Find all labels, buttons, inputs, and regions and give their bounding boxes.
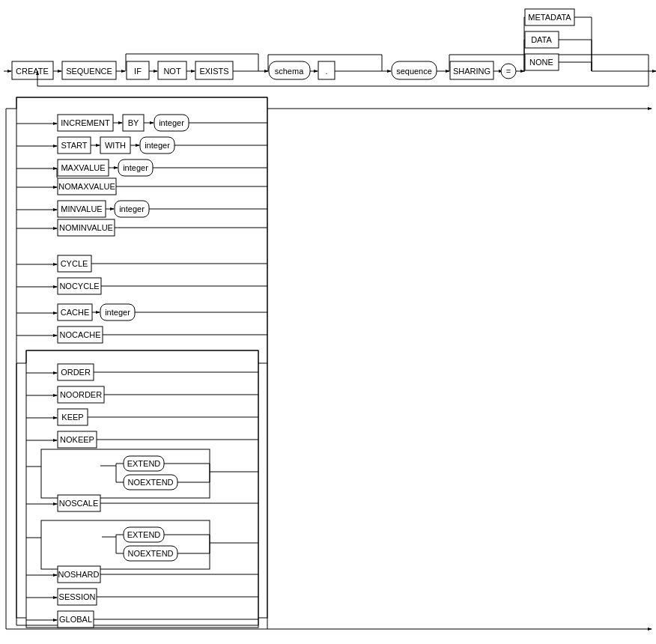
nomaxvalue-label: NOMAXVALUE xyxy=(58,182,115,191)
integer-label-3: integer xyxy=(123,163,148,172)
minvalue-label: MINVALUE xyxy=(61,204,102,213)
integer-label-4: integer xyxy=(119,204,145,213)
create-label: CREATE xyxy=(16,67,49,76)
not-label: NOT xyxy=(163,67,181,76)
sequence-label: SEQUENCE xyxy=(66,67,112,76)
order-label: ORDER xyxy=(61,368,91,377)
if-label: IF xyxy=(134,67,142,76)
integer-label-5: integer xyxy=(105,308,130,317)
by-label: BY xyxy=(128,118,139,127)
integer-label-2: integer xyxy=(145,141,170,150)
nokeep-label: NOKEEP xyxy=(60,435,94,444)
svg-rect-111 xyxy=(41,520,210,569)
session-label: SESSION xyxy=(59,592,96,601)
keep-label: KEEP xyxy=(61,413,83,422)
extend1-label: EXTEND xyxy=(127,459,161,468)
dot-label: . xyxy=(325,67,327,76)
noorder-label: NOORDER xyxy=(60,390,102,399)
none-label: NONE xyxy=(529,58,553,67)
noextend2-label: NOEXTEND xyxy=(127,549,173,558)
start-label: START xyxy=(61,141,87,150)
cache-label: CACHE xyxy=(61,308,90,317)
nocycle-label: NOCYCLE xyxy=(59,282,99,291)
maxvalue-label: MAXVALUE xyxy=(61,163,105,172)
with-label: WITH xyxy=(105,141,126,150)
nominvalue-label: NOMINVALUE xyxy=(59,223,113,232)
noshard-label: NOSHARD xyxy=(58,570,99,579)
data-label: DATA xyxy=(531,35,552,44)
seq-label: sequence xyxy=(396,67,432,76)
metadata-label: METADATA xyxy=(528,13,571,22)
noscale-label: NOSCALE xyxy=(59,499,99,508)
noextend1-label: NOEXTEND xyxy=(127,478,173,487)
svg-rect-99 xyxy=(41,449,210,498)
exists-label: EXISTS xyxy=(199,67,228,76)
nocache-label: NOCACHE xyxy=(59,330,100,339)
global-label: GLOBAL xyxy=(59,615,92,624)
cycle-label: CYCLE xyxy=(61,259,88,268)
sharing-label: SHARING xyxy=(453,67,491,76)
increment-label: INCREMENT xyxy=(61,118,110,127)
eq-label: = xyxy=(506,67,511,76)
extend2-label: EXTEND xyxy=(127,530,161,539)
schema-label: schema xyxy=(275,67,304,76)
integer-label-1: integer xyxy=(159,118,184,127)
